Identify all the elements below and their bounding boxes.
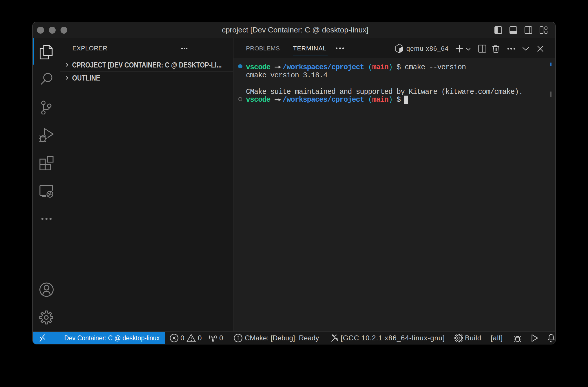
svg-text:$: $ xyxy=(400,49,402,52)
